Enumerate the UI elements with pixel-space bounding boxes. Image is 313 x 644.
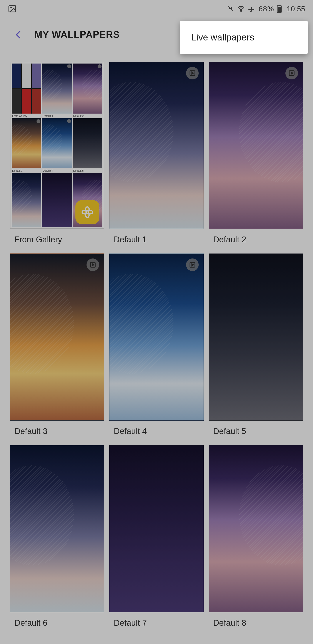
scrim-overlay[interactable] bbox=[0, 0, 313, 644]
menu-item-live-wallpapers[interactable]: Live wallpapers bbox=[180, 24, 308, 50]
overflow-menu: Live wallpapers bbox=[180, 21, 308, 54]
